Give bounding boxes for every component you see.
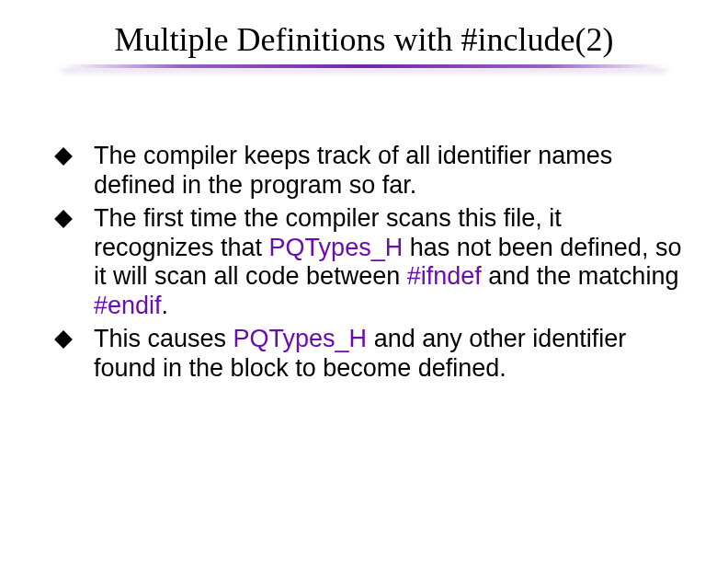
bullet-text: The compiler keeps track of all identifi… <box>94 142 682 201</box>
list-item: The first time the compiler scans this f… <box>46 204 682 321</box>
bullet-list: The compiler keeps track of all identifi… <box>46 142 682 384</box>
bullet-text: The first time the compiler scans this f… <box>94 204 682 321</box>
bullet-icon <box>54 330 73 349</box>
slide-title: Multiple Definitions with #include(2) <box>46 20 682 59</box>
text-run: This causes <box>94 325 233 352</box>
bullet-icon <box>54 147 73 166</box>
highlight-directive: #endif <box>94 292 162 319</box>
highlight-identifier: PQTypes_H <box>269 234 404 261</box>
list-item: This causes PQTypes_H and any other iden… <box>46 325 682 384</box>
title-underline <box>61 64 667 68</box>
bullet-icon <box>54 210 73 228</box>
slide: Multiple Definitions with #include(2) Th… <box>0 0 728 563</box>
text-run: . <box>162 292 169 319</box>
list-item: The compiler keeps track of all identifi… <box>46 142 682 201</box>
highlight-identifier: PQTypes_H <box>233 325 368 352</box>
bullet-text: This causes PQTypes_H and any other iden… <box>94 325 682 384</box>
highlight-directive: #ifndef <box>407 262 482 290</box>
text-run: and the matching <box>482 262 679 290</box>
